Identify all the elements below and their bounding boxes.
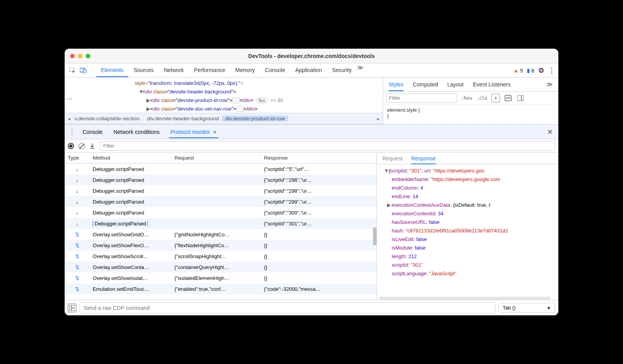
close-tab-icon[interactable]: ✕ [213, 129, 217, 135]
tab-sources[interactable]: Sources [129, 64, 158, 77]
styles-rules[interactable]: element.style { } [383, 105, 558, 121]
header-method[interactable]: Method [90, 153, 171, 162]
traffic-lights [70, 54, 90, 58]
flex-badge[interactable]: flex [256, 98, 268, 103]
divider [91, 67, 92, 74]
breadcrumb-scroll-right-icon[interactable]: ▸ [376, 116, 380, 122]
toggle-sidebar-icon[interactable] [516, 94, 525, 102]
drawer: ⋮ Console Network conditions Protocol mo… [65, 124, 558, 315]
devtools-window: DevTools - developer.chrome.com/docs/dev… [65, 49, 558, 315]
styles-tab-event-listeners[interactable]: Event Listeners [473, 81, 511, 88]
overflow-menu-icon[interactable]: ⋯ [66, 95, 72, 103]
breadcrumb: ◂ v.devsite-collapsible-section. div.dev… [65, 113, 383, 124]
protocol-monitor-toolbar [65, 139, 558, 153]
table-row[interactable]: ⇅Overlay.setShowIsolat…{"isolatedElement… [65, 273, 377, 283]
styles-sidebar: Styles Computed Layout Event Listeners ≫… [383, 77, 558, 124]
drawer-menu-icon[interactable]: ⋮ [67, 128, 77, 136]
table-row[interactable]: ⇅Overlay.setShowScroll…{"scrollSnapHighl… [65, 251, 377, 262]
record-icon[interactable] [68, 143, 74, 149]
more-menu-icon[interactable]: ⋮ [548, 66, 555, 75]
drawer-tab-console[interactable]: Console [77, 126, 108, 138]
dom-line[interactable]: style="transform: translate3d(0px, -72px… [65, 79, 383, 88]
horizontal-scrollbar[interactable] [379, 297, 551, 300]
save-icon[interactable] [90, 143, 95, 149]
drawer-tabs: ⋮ Console Network conditions Protocol mo… [65, 125, 558, 139]
main-tabs: Elements Sources Network Performance Mem… [96, 64, 364, 77]
protocol-filter-input[interactable] [100, 141, 555, 151]
protocol-monitor-body: Type Method Request Response ↓Debugger.s… [65, 153, 558, 300]
style-rule-open: element.style { [387, 107, 554, 113]
more-tabs-icon[interactable]: ≫ [357, 64, 364, 77]
breadcrumb-item[interactable]: div.devsite-product-id-row [222, 116, 288, 121]
new-style-rule-icon[interactable]: ＋ [491, 94, 500, 102]
dom-tree-pane: ⋯ style="transform: translate3d(0px, -72… [65, 77, 383, 124]
drawer-tab-protocol-monitor[interactable]: Protocol monitor✕ [165, 126, 222, 138]
tab-application[interactable]: Application [290, 64, 327, 77]
breadcrumb-item[interactable]: v.devsite-collapsible-section. [71, 116, 144, 121]
breadcrumb-scroll-left-icon[interactable]: ◂ [67, 116, 71, 122]
dom-line[interactable]: ▶<div class="devsite-product-id-row">⋯</… [65, 96, 383, 105]
protocol-table-header: Type Method Request Response [65, 153, 377, 164]
cdp-command-bar: Tab ()▼ [65, 300, 558, 315]
table-row[interactable]: ↓Debugger.scriptParsed{"scriptId":"5","u… [65, 164, 377, 174]
warnings-badge[interactable]: ▲ 5 [513, 67, 523, 74]
tab-console[interactable]: Console [260, 64, 290, 77]
window-title: DevTools - developer.chrome.com/docs/dev… [65, 53, 558, 59]
header-response[interactable]: Response [261, 153, 377, 162]
table-row[interactable]: ↓Debugger.scriptParsed{"scriptId":"300",… [65, 207, 377, 218]
device-toolbar-icon[interactable] [79, 66, 88, 75]
response-panel: Request Response ▼{scriptId: "301", url:… [377, 153, 558, 300]
dom-line[interactable]: ▼<div class="devsite-header-background"> [65, 88, 383, 96]
clear-icon[interactable] [79, 143, 85, 149]
tab-memory[interactable]: Memory [231, 64, 260, 77]
response-tab-request[interactable]: Request [382, 155, 403, 162]
response-json-viewer[interactable]: ▼{scriptId: "301", url: "https://develop… [377, 164, 558, 300]
style-rule-close: } [387, 113, 554, 119]
styles-tab-computed[interactable]: Computed [413, 81, 438, 88]
tab-elements[interactable]: Elements [96, 64, 128, 77]
minimize-window-button[interactable] [78, 54, 83, 58]
zoom-window-button[interactable] [86, 54, 90, 58]
tab-security[interactable]: Security [327, 64, 357, 77]
tab-performance[interactable]: Performance [189, 64, 230, 77]
dom-tree[interactable]: ⋯ style="transform: translate3d(0px, -72… [65, 77, 383, 113]
table-row[interactable]: ⇅Overlay.setShowGridO…{"gridNodeHighligh… [65, 229, 377, 240]
header-request[interactable]: Request [171, 153, 261, 162]
table-row[interactable]: ↓Debugger.scriptParsed{"scriptId":"296",… [65, 174, 377, 185]
inspect-element-icon[interactable] [68, 66, 77, 75]
header-type[interactable]: Type [65, 153, 90, 162]
window-titlebar: DevTools - developer.chrome.com/docs/dev… [65, 49, 558, 63]
styles-tab-styles[interactable]: Styles [389, 81, 403, 91]
chevron-down-icon: ▼ [547, 306, 551, 310]
tab-complete-hint[interactable]: Tab ()▼ [498, 303, 555, 313]
table-row[interactable]: ↓Debugger.scriptParsed{"scriptId":"298",… [65, 185, 377, 196]
dom-line[interactable]: ▶<div class="devsite-doc-set-nav-row">⋯<… [65, 105, 383, 113]
drawer-tab-network-conditions[interactable]: Network conditions [108, 126, 165, 138]
table-row[interactable]: ↓Debugger.scriptParsed{"scriptId":"299",… [65, 196, 377, 207]
svg-rect-2 [83, 69, 86, 73]
styles-toolbar: :hov .cls ＋ [383, 91, 558, 105]
styles-tab-layout[interactable]: Layout [447, 81, 464, 88]
protocol-table-body[interactable]: ↓Debugger.scriptParsed{"scriptId":"5","u… [65, 164, 377, 300]
response-tab-response[interactable]: Response [411, 155, 436, 164]
response-tabs: Request Response [377, 153, 558, 164]
breadcrumb-item[interactable]: div.devsite-header-background [144, 116, 222, 121]
settings-icon[interactable]: ⚙ [538, 66, 544, 75]
table-row[interactable]: ⇅Emulation.setEmitTouc…{"enabled":true,"… [65, 283, 377, 294]
vertical-scrollbar[interactable] [373, 196, 377, 266]
cls-toggle[interactable]: .cls [476, 95, 487, 101]
table-row[interactable]: ⇅Overlay.setShowConta…{"containerQueryHi… [65, 262, 377, 273]
table-row[interactable]: ⇅Overlay.setShowFlexO…{"flexNodeHighligh… [65, 240, 377, 251]
main-toolbar: Elements Sources Network Performance Mem… [65, 63, 558, 77]
more-styles-tabs-icon[interactable]: ≫ [546, 81, 553, 88]
styles-filter-input[interactable] [386, 93, 457, 103]
toggle-editor-icon[interactable] [68, 304, 76, 312]
issues-badge[interactable]: ▮ 6 [527, 67, 534, 74]
close-drawer-icon[interactable]: ✕ [544, 128, 556, 136]
tab-network[interactable]: Network [159, 64, 188, 77]
hov-toggle[interactable]: :hov [461, 95, 472, 101]
close-window-button[interactable] [70, 54, 75, 58]
computed-styles-icon[interactable] [504, 94, 512, 102]
table-row[interactable]: ↓Debugger.scriptParsed{"scriptId":"301",… [65, 218, 377, 229]
cdp-command-input[interactable] [79, 302, 495, 313]
